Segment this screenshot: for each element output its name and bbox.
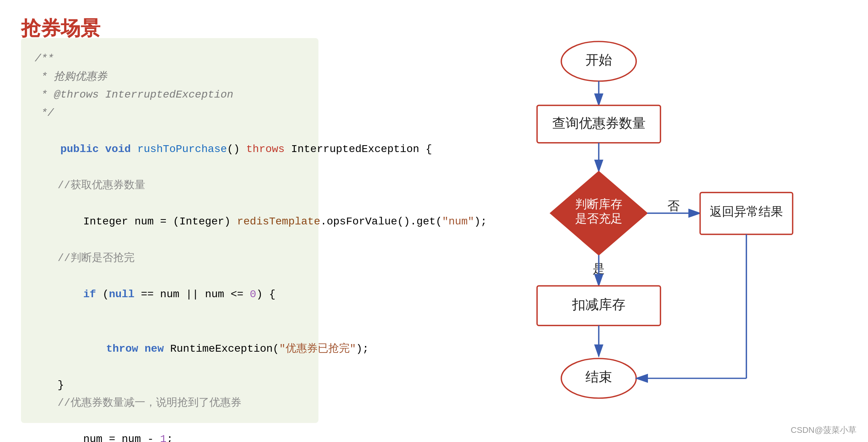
code-comment-5: //获取优惠券数量 (35, 176, 305, 195)
code-comment-7: //优惠券数量减一，说明抢到了优惠券 (35, 394, 305, 412)
no-label: 否 (667, 199, 680, 213)
query-label: 查询优惠券数量 (552, 116, 646, 130)
deduct-label: 扣减库存 (572, 297, 625, 312)
code-line-3: throw new RuntimeException("优惠券已抢完"); (35, 322, 305, 376)
code-block: /** * 抢购优惠券 * @throws InterruptedExcepti… (21, 38, 318, 423)
code-comment-1: /** (35, 50, 305, 68)
decision-label-2: 是否充足 (575, 212, 622, 225)
code-comment-3: * @throws InterruptedException (35, 86, 305, 104)
code-method-sig: public void rushToPurchase() throws Inte… (35, 122, 305, 176)
code-comment-6: //判断是否抢完 (35, 249, 305, 267)
end-label: 结束 (585, 370, 612, 384)
code-line-1: Integer num = (Integer) redisTemplate.op… (35, 195, 305, 249)
error-label: 返回异常结果 (710, 205, 783, 218)
watermark: CSDN@菠菜小草 (791, 424, 857, 436)
code-comment-2: * 抢购优惠券 (35, 68, 305, 86)
code-line-2: if (null == num || num <= 0) { (35, 267, 305, 322)
decision-label-1: 判断库存 (575, 197, 622, 211)
flowchart-area: 开始 查询优惠券数量 判断库存 是否充足 是 否 返回异常结果 扣减库存 结束 (343, 30, 854, 427)
start-label: 开始 (585, 53, 612, 67)
code-comment-4: */ (35, 104, 305, 122)
code-line-4: } (35, 376, 305, 394)
code-line-5: num = num - 1; (35, 412, 305, 442)
